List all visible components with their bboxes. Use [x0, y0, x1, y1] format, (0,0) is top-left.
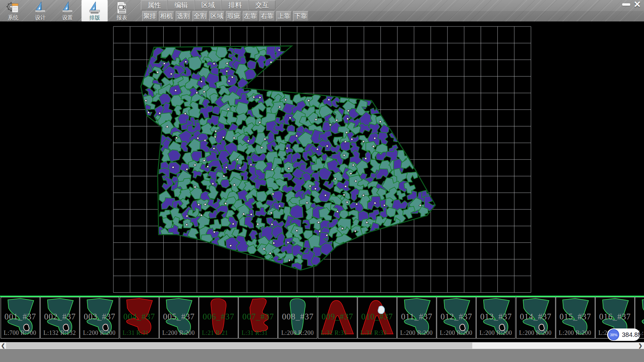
thumbnail-title: 015_#37	[556, 312, 595, 321]
set-square-icon	[61, 1, 74, 14]
thumbnail-cell-2[interactable]: 002_#37L:132 R:132	[40, 297, 79, 339]
app-window: 系统设计设置排版报表 属性编辑区域排料交互 聚排相机选割全割区域瑕疵左靠右靠上靠…	[0, 0, 644, 362]
thumbnail-cell-12[interactable]: 012_#37L:200 R:200	[437, 297, 476, 339]
thumbnail-lr-count: L:200 R:200	[440, 329, 478, 337]
thumbnail-title: 003_#37	[80, 312, 119, 321]
scrollbar-thumb[interactable]	[6, 343, 472, 349]
thumbnail-lr-count: L:32 R:31	[321, 329, 360, 337]
app-icon-holder	[6, 1, 20, 15]
close-button[interactable]: ✕	[631, 0, 643, 9]
thumbnail-lr-count: L:200 R:200	[400, 329, 439, 337]
memory-percent-label: 38%	[610, 333, 617, 337]
tool-button-9[interactable]: 上靠	[276, 11, 291, 21]
scroll-right-arrow-icon[interactable]: ❯	[637, 342, 643, 349]
memory-badge: 38% 384.8M	[607, 328, 640, 341]
thumbnail-lr-count: L:200 R:200	[162, 329, 201, 337]
thumbnail-cell-14[interactable]: 014_#37L:200 R:200	[516, 297, 555, 339]
menu-tab-bar: 属性编辑区域排料交互	[141, 0, 275, 10]
thumbnail-lr-count: L:21 R:21	[202, 329, 240, 337]
app-button-label: 设计	[35, 15, 46, 21]
thumbnail-lr-count: L:132 R:132	[43, 329, 82, 337]
thumbnail-title: 002_#37	[41, 312, 79, 321]
thumbnail-cell-5[interactable]: 005_#37L:200 R:200	[159, 297, 199, 339]
app-icon-holder	[61, 1, 74, 15]
thumbnail-cell-10[interactable]: 010_#37L:33 R:33	[358, 297, 397, 339]
thumbnail-cell-13[interactable]: 013_#37L:200 R:200	[476, 297, 516, 339]
thumbnail-title: 008_#37	[278, 312, 317, 321]
nesting-canvas-area[interactable]	[0, 21, 644, 296]
piece-thumbnail-strip: 001_#37L:700 R:700002_#37L:132 R:132003_…	[0, 297, 644, 342]
app-button-label: 设置	[62, 15, 73, 21]
tool-button-5[interactable]: 区域	[209, 11, 224, 21]
window-controls: ✕	[621, 0, 643, 9]
thumbnail-title: 005_#37	[160, 312, 198, 321]
status-bar	[0, 349, 644, 362]
minimize-button[interactable]	[621, 0, 631, 8]
app-button-1[interactable]: 系统	[0, 0, 26, 21]
tool-button-4[interactable]: 全割	[193, 11, 208, 21]
nested-pieces-layer	[138, 40, 439, 276]
tool-button-6[interactable]: 瑕疵	[226, 11, 241, 21]
app-button-label: 系统	[8, 15, 18, 21]
thumbnail-cell-7[interactable]: 007_#37L:31 R:31	[238, 297, 278, 339]
memory-value-label: 384.8M	[622, 328, 643, 341]
thumbnail-lr-count: L:31 R:31	[241, 329, 280, 337]
thumbnail-cell-8[interactable]: 008_#37L:200 R:200	[278, 297, 317, 339]
app-button-label: 报表	[116, 15, 127, 21]
thumbnail-cell-15[interactable]: 015_#37L:200 R:200	[556, 297, 595, 339]
thumbnail-cell-4[interactable]: 004_#37L:31 R:31	[120, 297, 159, 339]
thumbnail-lr-count: L:31 R:31	[123, 329, 161, 337]
nesting-canvas[interactable]	[0, 21, 644, 296]
horizontal-scrollbar[interactable]: ❮ ❯	[0, 342, 644, 349]
menu-tab-3[interactable]: 区域	[195, 0, 222, 10]
thumbnail-lr-count: L:33 R:33	[361, 329, 399, 337]
menu-tab-1[interactable]: 属性	[141, 0, 168, 10]
thumbnail-cell-11[interactable]: 011_#37L:200 R:200	[397, 297, 436, 339]
thumbnail-title: 006_#37	[199, 312, 238, 321]
app-button-3[interactable]: 设置	[54, 0, 80, 21]
thumbnail-lr-count: L:200 R:200	[479, 329, 518, 337]
menu-tab-5[interactable]: 交互	[249, 0, 275, 10]
thumbnail-title: 004_#37	[120, 312, 159, 321]
minimize-icon	[622, 3, 630, 6]
memory-percent-circle: 38%	[608, 329, 619, 340]
set-square-icon	[88, 1, 101, 14]
report-doc-icon	[115, 1, 128, 14]
tool-button-10[interactable]: 下靠	[293, 11, 308, 21]
app-button-label: 排版	[89, 15, 100, 21]
thumbnail-lr-count: L:200 R:200	[519, 329, 558, 337]
tool-button-8[interactable]: 右靠	[260, 11, 275, 21]
tool-button-3[interactable]: 选割	[176, 11, 191, 21]
tool-button-2[interactable]: 相机	[159, 11, 174, 21]
thumbnail-cell-3[interactable]: 003_#37L:200 R:200	[80, 297, 119, 339]
app-button-4[interactable]: 排版	[82, 0, 108, 21]
close-icon: ✕	[634, 0, 641, 9]
app-button-5[interactable]: 报表	[109, 0, 135, 21]
app-button-2[interactable]: 设计	[27, 0, 53, 21]
thumbnail-lr-count: L:200 R:200	[281, 329, 320, 337]
thumbnail-title: 016_#37	[596, 312, 634, 321]
app-icon-holder	[115, 1, 128, 15]
thumbnail-cell-6[interactable]: 006_#37L:21 R:21	[199, 297, 238, 339]
thumbnail-cell-1[interactable]: 001_#37L:700 R:700	[1, 297, 40, 339]
menu-tab-4[interactable]: 排料	[222, 0, 249, 10]
app-icon-holder	[88, 1, 101, 15]
tool-button-1[interactable]: 聚排	[142, 11, 157, 21]
thumbnail-title: 011_#37	[397, 312, 436, 321]
thumbnail-lr-count: L:700 R:700	[4, 329, 42, 337]
thumbnail-lr-count: L:200 R:200	[559, 329, 597, 337]
menu-tab-2[interactable]: 编辑	[168, 0, 195, 10]
thumbnail-cell-9[interactable]: 009_#37L:32 R:31	[318, 297, 357, 339]
tool-button-7[interactable]: 左靠	[243, 11, 258, 21]
thumbnail-title: 007_#37	[239, 312, 277, 321]
tool-button-row: 聚排相机选割全割区域瑕疵左靠右靠上靠下靠	[142, 11, 310, 21]
scroll-left-arrow-icon[interactable]: ❮	[0, 342, 6, 349]
thumbnail-title: 009_#37	[318, 312, 357, 321]
toolbar: 系统设计设置排版报表 属性编辑区域排料交互 聚排相机选割全割区域瑕疵左靠右靠上靠…	[0, 0, 644, 21]
thumbnail-title: 0	[635, 312, 644, 321]
app-button-group: 系统设计设置排版报表	[0, 0, 136, 21]
thumbnail-title: 014_#37	[517, 312, 555, 321]
toolbar-lower-shade	[309, 11, 644, 21]
set-square-icon	[34, 1, 47, 14]
thumbnail-title: 001_#37	[1, 312, 40, 321]
